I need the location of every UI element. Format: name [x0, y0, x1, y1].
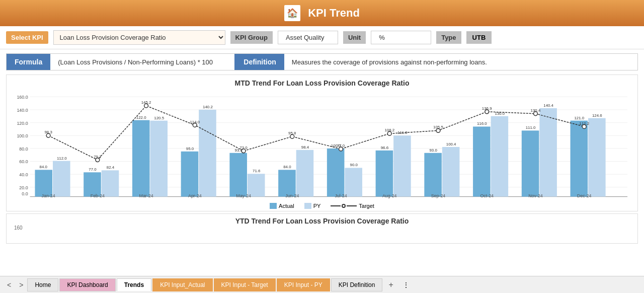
bar-actual-sep [424, 153, 442, 197]
svg-text:0.0: 0.0 [22, 191, 28, 196]
svg-text:Jul-24: Jul-24 [335, 193, 347, 198]
type-value: UTB [466, 31, 492, 44]
tab-more-button[interactable]: ⋮ [398, 279, 414, 291]
tab-nav-next[interactable]: > [15, 279, 27, 291]
svg-text:114.0: 114.0 [190, 120, 200, 124]
svg-text:140.2: 140.2 [203, 105, 213, 109]
svg-text:105.5: 105.5 [433, 125, 443, 129]
svg-text:Apr-24: Apr-24 [188, 193, 202, 198]
bar-actual-jan [35, 170, 52, 196]
svg-text:40.0: 40.0 [19, 172, 28, 177]
kpi-group-label: KPI Group [230, 31, 273, 44]
bar-py-jul [345, 168, 362, 196]
legend-py-label: PY [313, 203, 321, 209]
svg-text:140.4: 140.4 [543, 103, 553, 108]
svg-text:60.0: 60.0 [19, 160, 28, 165]
svg-text:116.0: 116.0 [477, 122, 487, 126]
svg-text:100.0: 100.0 [17, 133, 28, 138]
formula-definition-row: Formula (Loan Loss Provisions / Non-Perf… [6, 53, 638, 70]
tab-kpi-input-target[interactable]: KPI Input - Target [214, 278, 276, 291]
ytd-section: YTD Trend For Loan Loss Provision Covera… [6, 213, 638, 244]
app-header: 🏠 KPI Trend [0, 0, 644, 26]
kpi-group-value: Asset Quality [278, 31, 338, 44]
tab-kpi-input-actual[interactable]: KPI Input_Actual [152, 278, 212, 291]
unit-value: % [371, 31, 431, 44]
legend-actual-swatch [270, 203, 277, 209]
svg-text:98.4: 98.4 [301, 145, 309, 150]
bar-py-apr [199, 110, 216, 197]
svg-text:77.0: 77.0 [89, 167, 97, 172]
bar-py-aug [393, 135, 411, 196]
bar-actual-nov [522, 130, 539, 196]
mtd-chart-svg: 160.0 140.0 120.0 100.0 80.0 60.0 40.0 2… [14, 89, 630, 200]
svg-text:Mar-24: Mar-24 [139, 193, 153, 198]
svg-text:93.0: 93.0 [429, 148, 437, 153]
svg-text:111.0: 111.0 [526, 125, 536, 130]
svg-text:Feb-24: Feb-24 [91, 193, 105, 198]
svg-text:112.0: 112.0 [57, 156, 67, 161]
svg-text:77.0: 77.0 [337, 143, 345, 148]
formula-content: (Loan Loss Provisions / Non-Performing L… [50, 54, 235, 70]
svg-text:108.2: 108.2 [384, 128, 394, 132]
bar-actual-jul [327, 149, 345, 197]
mtd-chart-title: MTD Trend For Loan Loss Provision Covera… [14, 79, 630, 87]
legend-py-swatch [304, 203, 311, 209]
bar-py-dec [588, 118, 606, 197]
kpi-select-wrapper[interactable]: Loan Loss Provision Coverage Ratio [53, 30, 225, 45]
tab-home[interactable]: Home [27, 278, 58, 291]
svg-text:Sep-24: Sep-24 [431, 193, 446, 198]
svg-text:Jan-24: Jan-24 [42, 193, 55, 198]
tab-nav-prev[interactable]: < [3, 279, 15, 291]
tab-trends[interactable]: Trends [117, 278, 151, 291]
bar-actual-mar [132, 120, 150, 197]
svg-text:160.0: 160.0 [17, 95, 28, 100]
bar-py-mar [150, 121, 168, 197]
ytd-y-start: 160 [14, 225, 630, 231]
legend-actual-label: Actual [279, 203, 294, 209]
definition-content: Measures the coverage of provisions agai… [284, 54, 637, 70]
svg-text:90.0: 90.0 [350, 163, 358, 167]
svg-text:95.8: 95.8 [288, 131, 296, 135]
select-kpi-label: Select KPI [6, 31, 48, 44]
bar-actual-jun [278, 170, 296, 196]
svg-text:96.6: 96.6 [381, 145, 389, 150]
svg-text:140.0: 140.0 [17, 108, 28, 113]
tab-kpi-dashboard[interactable]: KPI Dashboard [59, 278, 115, 291]
svg-text:100.4: 100.4 [446, 142, 456, 146]
definition-tab[interactable]: Definition [235, 54, 284, 70]
svg-text:84.0: 84.0 [40, 165, 48, 169]
unit-label: Unit [343, 31, 366, 44]
svg-text:124.6: 124.6 [592, 113, 602, 118]
svg-text:80.0: 80.0 [19, 146, 28, 152]
bar-actual-oct [473, 126, 491, 196]
svg-text:145.2: 145.2 [141, 100, 151, 105]
tab-kpi-definition[interactable]: KPI Definition [331, 278, 383, 291]
svg-text:122.0: 122.0 [136, 115, 146, 120]
svg-text:120.0: 120.0 [17, 121, 28, 126]
svg-text:Jun-24: Jun-24 [285, 193, 299, 198]
legend-py: PY [304, 203, 321, 209]
legend-target: Target [331, 203, 374, 209]
legend-target-line [331, 205, 341, 206]
tab-add-button[interactable]: + [383, 278, 398, 291]
legend-actual: Actual [270, 203, 294, 209]
legend-target-dot [342, 204, 346, 208]
formula-tab[interactable]: Formula [7, 54, 50, 70]
svg-text:112.2: 112.2 [579, 121, 589, 126]
home-icon[interactable]: 🏠 [284, 5, 300, 21]
svg-text:136.9: 136.9 [482, 106, 492, 111]
bar-py-sep [442, 147, 460, 197]
type-label: Type [436, 31, 461, 44]
bar-actual-apr [181, 152, 199, 197]
mtd-chart-section: MTD Trend For Loan Loss Provision Covera… [6, 75, 638, 211]
svg-text:Dec-24: Dec-24 [577, 193, 592, 198]
svg-text:130.0: 130.0 [495, 111, 505, 116]
svg-text:98.3: 98.3 [44, 130, 52, 134]
kpi-select[interactable]: Loan Loss Provision Coverage Ratio [54, 31, 225, 44]
svg-text:20.0: 20.0 [19, 185, 28, 190]
bar-actual-may [229, 153, 247, 197]
bar-actual-dec [571, 121, 588, 197]
svg-text:73.0: 73.0 [239, 145, 248, 150]
tab-kpi-input-py[interactable]: KPI Input - PY [277, 278, 330, 291]
bar-py-jun [296, 150, 314, 197]
